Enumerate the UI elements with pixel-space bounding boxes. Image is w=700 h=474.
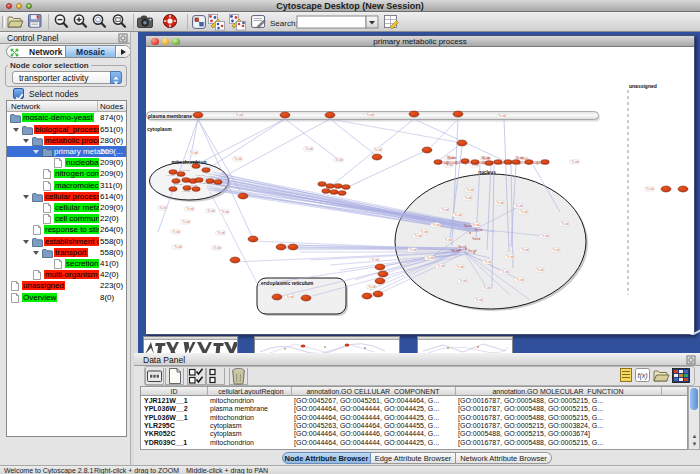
svg-text:unassigned: unassigned (629, 83, 657, 89)
svg-text:plasma membrane: plasma membrane (148, 113, 192, 119)
svg-text:cytoplasm: cytoplasm (147, 126, 172, 132)
svg-text:nucleus: nucleus (478, 170, 496, 175)
svg-text:Search:: Search: (270, 19, 298, 28)
svg-text:(Yml-nd): (Yml-nd) (195, 174, 204, 177)
svg-text:f(x): f(x) (637, 372, 647, 380)
